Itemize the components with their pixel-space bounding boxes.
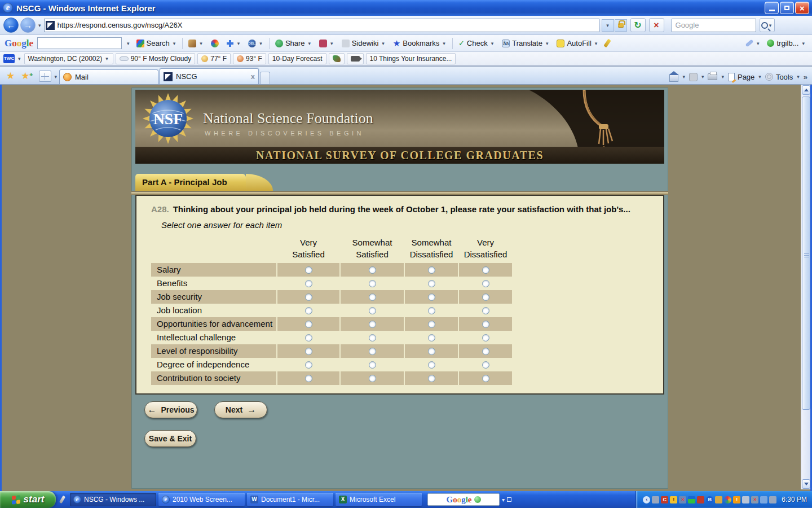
tray-collapse-chevron-icon[interactable]: ‹ [643,496,650,503]
tray-network-error-icon[interactable]: × [679,496,686,503]
start-button[interactable]: start [0,491,56,508]
tab-nscg[interactable]: NSCG x [160,68,259,84]
page-menu-button[interactable]: Page [738,73,754,81]
tray-swirl-icon[interactable] [724,496,731,503]
address-field[interactable]: https://respond.census.gov/nscg/A26X [44,19,599,32]
screenshot-button[interactable]: ▾ [317,38,336,49]
dropdown-icon[interactable]: ▾ [17,56,22,62]
deskband-dropdown-icon[interactable]: ▾ [502,497,505,503]
radio-button[interactable] [305,266,312,274]
tray-bluetooth-icon[interactable]: B [706,496,713,503]
feeds-button[interactable] [689,73,698,81]
tray-flag-icon[interactable] [697,496,704,503]
previous-button[interactable]: ← Previous [144,401,197,418]
tab-list-dropdown-icon[interactable]: ▾ [54,74,59,84]
radio-button[interactable] [428,321,435,328]
radio-button[interactable] [428,266,435,274]
radio-button[interactable] [305,361,312,369]
search-go-button[interactable]: ▾ [760,18,775,32]
low-temp-button[interactable]: 77° F [197,53,231,64]
url-text[interactable]: https://respond.census.gov/nscg/A26X [58,21,598,29]
radio-button[interactable] [369,280,376,287]
radio-button[interactable] [369,307,376,314]
tray-pen-icon[interactable] [760,496,767,503]
new-tab-stub[interactable] [260,72,270,84]
security-lock-button[interactable] [615,19,627,32]
forward-button[interactable]: → [20,17,36,33]
google-toolbar-search-input[interactable] [37,37,122,49]
radio-button[interactable] [482,294,489,301]
tools-menu-button[interactable]: Tools [776,73,793,81]
high-temp-button[interactable]: 93° F [233,53,266,64]
quick-search-input[interactable] [672,19,756,32]
buzz-button[interactable] [209,38,220,49]
toolbar-search-button[interactable]: Search ▾ [135,38,179,49]
dropdown-icon[interactable]: ▾ [796,74,801,80]
toolbar-settings-button[interactable]: ▾ [744,40,762,47]
radio-button[interactable] [482,266,489,274]
favorites-button[interactable]: ★ [5,70,16,84]
radio-button[interactable] [428,307,435,314]
address-dropdown-button[interactable]: ▾ [602,19,614,32]
print-button[interactable] [708,73,717,80]
highlighter-button[interactable] [604,38,611,49]
radio-button[interactable] [482,361,489,369]
twc-icon[interactable]: TWC [3,54,15,63]
headline-button[interactable]: 10 Things Your Insurance... [366,53,456,64]
scrollbar-thumb[interactable] [802,97,810,410]
scroll-down-button[interactable] [802,479,810,489]
radio-button[interactable] [305,307,312,314]
radio-button[interactable] [305,334,312,341]
forecast-button[interactable]: 10-Day Forecast [268,53,326,64]
tray-display-icon[interactable] [652,496,659,503]
map-button[interactable] [329,53,345,64]
section-tab-part-a[interactable]: Part A - Principal Job [135,174,246,191]
radio-button[interactable] [428,334,435,341]
quick-launch-pen-icon[interactable] [59,496,65,504]
radio-button[interactable] [428,294,435,301]
radio-button[interactable] [369,361,376,369]
current-conditions-button[interactable]: 90° F Mostly Cloudy [116,53,196,64]
tab-close-icon[interactable]: x [251,72,255,81]
task-button-nscg[interactable]: e NSCG - Windows ... [70,493,156,506]
next-button[interactable]: Next → [214,401,267,418]
radio-button[interactable] [369,334,376,341]
account-button[interactable]: trgilb...▾ [765,38,807,49]
tray-mouse-icon[interactable] [742,496,749,503]
radio-button[interactable] [428,280,435,287]
radio-button[interactable] [428,375,435,382]
video-button[interactable] [347,53,364,64]
toolbar-search-dropdown-icon[interactable]: ▾ [126,41,131,46]
task-button-web-screen[interactable]: e 2010 Web Screen... [158,493,245,506]
tray-phone-icon[interactable] [715,496,722,503]
radio-button[interactable] [482,280,489,287]
radio-button[interactable] [482,321,489,328]
tray-signal-bars-icon[interactable] [688,496,695,503]
add-favorite-button[interactable]: ★ [17,70,33,84]
overflow-chevron-icon[interactable]: » [804,73,807,81]
tray-monitor-icon[interactable] [769,496,776,503]
home-button[interactable] [669,75,678,82]
tab-mail[interactable]: Mail [59,69,158,84]
radio-button[interactable] [428,348,435,355]
add-gadget-button[interactable]: ▾ [224,38,243,49]
minimize-button[interactable] [765,2,779,14]
save-exit-button[interactable]: Save & Exit [144,430,196,447]
radio-button[interactable] [369,321,376,328]
radio-button[interactable] [428,361,435,369]
sidewiki-button[interactable]: Sidewiki▾ [340,38,387,49]
news-button[interactable]: ▾ [187,38,205,49]
tray-alert-icon[interactable]: ! [733,496,740,503]
radio-button[interactable] [305,294,312,301]
back-button[interactable]: ← [3,17,19,33]
refresh-button[interactable]: ↻ [630,18,646,32]
bookmarks-button[interactable]: ★Bookmarks▾ [391,37,448,50]
history-dropdown-icon[interactable]: ▾ [37,23,42,28]
dropdown-icon[interactable]: ▾ [681,74,686,80]
radio-button[interactable] [305,375,312,382]
dell-button[interactable]: DELL▾ [246,38,265,49]
dropdown-icon[interactable]: ▾ [700,74,705,80]
dropdown-icon[interactable]: ▾ [720,74,725,80]
task-button-word[interactable]: W Document1 - Micr... [247,493,333,506]
radio-button[interactable] [305,321,312,328]
